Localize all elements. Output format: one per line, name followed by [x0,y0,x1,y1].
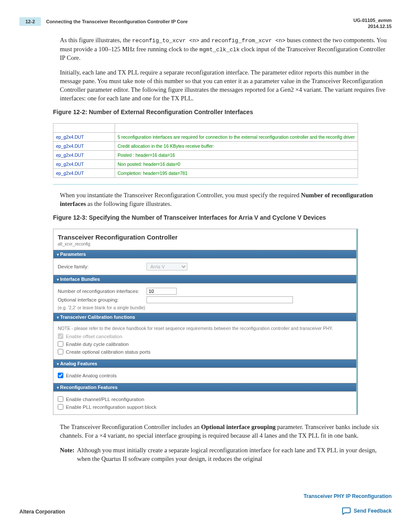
num-reconfig-label: Number of reconfiguration interfaces: [58,289,144,294]
enable-offset-label: Enable offset cancellation [66,334,122,339]
table-row: ep_g2x4.DUTPosted : header=16 data=16 [53,151,358,160]
page-number: 12-2 [19,17,41,26]
section-header-interface-bundles[interactable]: Interface Bundles [53,275,356,283]
section-header-reconfig[interactable]: Reconfiguration Features [53,383,356,392]
figure-12-2-caption: Figure 12-2: Number of External Reconfig… [53,109,392,115]
section-header-parameters[interactable]: Parameters [53,250,356,258]
section-title: Connecting the Transceiver Reconfigurati… [46,19,188,24]
optional-grouping-input[interactable] [146,296,293,303]
footer-link[interactable]: Transceiver PHY IP Reconfiguration [304,493,392,499]
paragraph-4: The Transceiver Reconfiguration Controll… [60,423,391,440]
calibration-note: NOTE - please refer to the device handbo… [58,326,352,331]
enable-offset-checkbox[interactable] [58,333,63,339]
paragraph-2: Initially, each lane and TX PLL require … [60,68,391,103]
enable-pll-label: Enable PLL reconfiguration support block [66,404,156,410]
grouping-hint: (e.g. '2,2' or leave blank for a single … [58,305,352,310]
num-reconfig-input[interactable] [146,288,177,295]
feedback-icon [342,507,351,515]
note-label: Note: [60,446,75,463]
enable-channel-label: Enable channel/PLL reconfiguration [66,397,144,402]
table-row: ep_g2x4.DUTNon posted: header=16 data=0 [53,160,358,169]
create-status-label: Create optional calibration status ports [66,349,150,355]
figure-12-2-table: ep_g2x4.DUT5 reconfiguration interfaces … [53,123,358,185]
panel-title: Transceiver Reconfiguration Controller [53,229,356,242]
device-family-label: Device family: [58,264,144,269]
send-feedback-link[interactable]: Send Feedback [354,508,392,514]
enable-duty-label: Enable duty cycle calibration [66,342,129,347]
enable-pll-checkbox[interactable] [58,404,63,410]
doc-id: UG-01105_avmm [353,17,392,23]
page-header: 12-2 Connecting the Transceiver Reconfig… [19,17,392,30]
table-row: ep_g2x4.DUT5 reconfiguration interfaces … [53,133,358,142]
table-row: ep_g2x4.DUTCredit allocation in the 16 K… [53,142,358,151]
section-header-calibration[interactable]: Transceiver Calibration functions [53,313,356,321]
paragraph-1: As this figure illustrates, the reconfig… [60,36,391,62]
optional-grouping-label: Optional interface grouping: [58,297,144,302]
enable-analog-label: Enable Analog controls [66,373,117,378]
enable-analog-checkbox[interactable] [58,373,63,378]
note-block: Note: Although you must initially create… [60,446,391,463]
section-header-analog[interactable]: Analog Features [53,359,356,368]
device-family-select[interactable]: Arria V [146,263,187,271]
footer-company: Altera Corporation [19,509,65,515]
enable-duty-checkbox[interactable] [58,341,63,347]
parameter-editor-panel: Transceiver Reconfiguration Controller a… [53,229,358,415]
paragraph-3: When you instantiate the Transceiver Rec… [60,191,391,208]
table-row: ep_g2x4.DUTCompletion: header=195 data=7… [53,169,358,178]
figure-12-3-caption: Figure 12-3: Specifying the Number of Tr… [53,214,392,221]
create-status-checkbox[interactable] [58,349,63,355]
enable-channel-checkbox[interactable] [58,396,63,402]
note-text: Although you must initially create a sep… [77,446,391,463]
panel-subtitle: alt_xcvr_reconfig [53,242,356,250]
doc-date: 2014.12.15 [353,23,392,29]
